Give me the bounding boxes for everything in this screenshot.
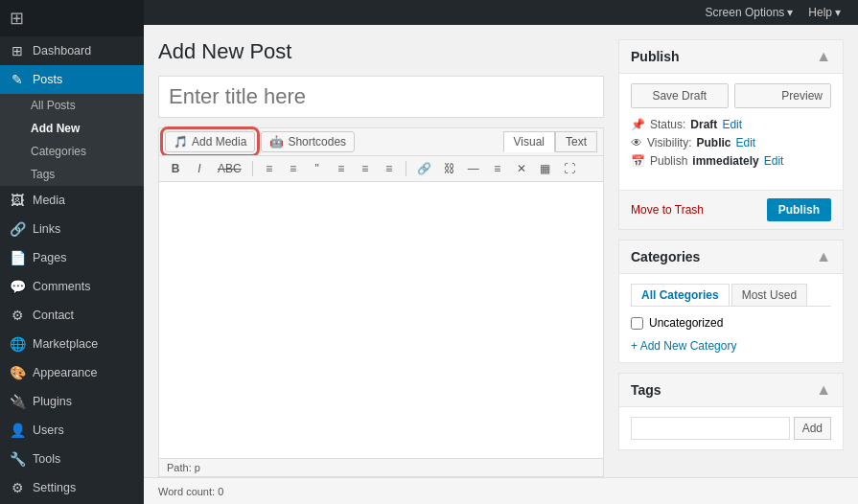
tab-visual[interactable]: Visual [503, 131, 555, 152]
tab-most-used[interactable]: Most Used [731, 284, 807, 306]
status-value: Draft [690, 118, 717, 131]
strikethrough-button[interactable]: ABC [213, 159, 246, 178]
screen-options-button[interactable]: Screen Options ▾ [698, 4, 801, 21]
move-to-trash-button[interactable]: Move to Trash [631, 203, 704, 217]
link-button[interactable]: 🔗 [412, 159, 436, 178]
bold-button[interactable]: B [165, 159, 186, 178]
help-arrow-icon: ▾ [835, 6, 841, 19]
toolbar-divider [252, 161, 253, 176]
sidebar-item-appearance[interactable]: 🎨 Appearance [0, 358, 144, 387]
media-icon: 🖼 [10, 193, 25, 208]
categories-title: Categories [631, 249, 700, 264]
editor-toolbar-top: 🎵 Add Media 🤖 Shortcodes Visual Text [158, 127, 604, 155]
editor-body[interactable] [158, 181, 604, 459]
publish-button[interactable]: Publish [767, 198, 831, 221]
sidebar-item-dashboard[interactable]: ⊞ Dashboard [0, 36, 144, 65]
sidebar-sub-tags[interactable]: Tags [0, 163, 144, 186]
sidebar-item-links[interactable]: 🔗 Links [0, 215, 144, 243]
sidebar-item-settings[interactable]: ⚙ Settings [0, 473, 144, 502]
content-area: Add New Post 🎵 Add Media 🤖 Shortcodes Vi… [144, 25, 858, 477]
links-icon: 🔗 [10, 221, 25, 237]
insert-more-button[interactable]: — [463, 159, 484, 178]
shortcodes-button[interactable]: 🤖 Shortcodes [261, 131, 355, 152]
sidebar-item-label: Appearance [33, 366, 97, 379]
sidebar-item-label: Dashboard [33, 44, 91, 57]
insert-readmore-button[interactable]: ≡ [487, 159, 508, 178]
help-button[interactable]: Help ▾ [800, 4, 848, 21]
publish-toggle-icon[interactable]: ▲ [816, 48, 831, 65]
help-label: Help [808, 6, 832, 19]
right-sidebar: Publish ▲ Save Draft Preview 📌 Status: D… [618, 39, 844, 477]
visibility-value: Public [696, 136, 730, 149]
align-left-button[interactable]: ≡ [331, 159, 352, 178]
add-new-category-link[interactable]: + Add New Category [631, 339, 831, 353]
post-title-input[interactable] [158, 76, 604, 118]
category-checkbox[interactable] [631, 317, 643, 330]
align-center-button[interactable]: ≡ [355, 159, 376, 178]
sidebar-item-label: Settings [33, 481, 76, 494]
table-button[interactable]: ▦ [535, 159, 556, 178]
add-tag-button[interactable]: Add [794, 417, 831, 440]
publish-time-label: Publish [650, 154, 687, 168]
tags-toggle-icon[interactable]: ▲ [816, 381, 831, 399]
sidebar-item-pages[interactable]: 📄 Pages [0, 243, 144, 272]
sidebar-item-users[interactable]: 👤 Users [0, 416, 144, 445]
visibility-edit-link[interactable]: Edit [735, 136, 755, 149]
sidebar-sub-all-posts[interactable]: All Posts [0, 94, 144, 117]
fullscreen-button[interactable]: ⛶ [559, 159, 580, 178]
align-right-button[interactable]: ≡ [379, 159, 400, 178]
editor-area: Add New Post 🎵 Add Media 🤖 Shortcodes Vi… [158, 39, 604, 477]
sidebar-item-tools[interactable]: 🔧 Tools [0, 445, 144, 473]
marketplace-icon: 🌐 [10, 336, 25, 352]
appearance-icon: 🎨 [10, 365, 25, 380]
sidebar-item-posts[interactable]: ✎ Posts [0, 65, 144, 94]
add-media-label: Add Media [192, 135, 246, 149]
preview-button[interactable]: Preview [734, 83, 832, 108]
save-draft-button[interactable]: Save Draft [631, 83, 729, 108]
visibility-icon: 👁 [631, 136, 642, 149]
ordered-list-button[interactable]: ≡ [283, 159, 304, 178]
unlink-button[interactable]: ⛓ [439, 159, 460, 178]
sidebar-item-label: Links [33, 222, 60, 236]
blockquote-button[interactable]: " [307, 159, 328, 178]
categories-toggle-icon[interactable]: ▲ [816, 248, 831, 265]
editor-footer: Path: p [158, 459, 604, 477]
remove-formatting-button[interactable]: ✕ [511, 159, 532, 178]
tools-icon: 🔧 [10, 451, 25, 467]
publish-metabox-title: Publish [631, 49, 680, 64]
sidebar-sub-add-new[interactable]: Add New [0, 117, 144, 140]
publish-time-value: immediately [692, 154, 758, 168]
shortcodes-icon: 🤖 [269, 135, 284, 149]
sidebar-item-media[interactable]: 🖼 Media [0, 186, 144, 215]
category-tabs: All Categories Most Used [631, 284, 831, 307]
publish-time-edit-link[interactable]: Edit [764, 154, 784, 168]
publish-time-row: 📅 Publish immediately Edit [631, 154, 831, 168]
unordered-list-button[interactable]: ≡ [259, 159, 280, 178]
wp-logo-icon: ⊞ [10, 8, 24, 29]
sidebar-item-label: Tools [33, 452, 60, 466]
sidebar-item-contact[interactable]: ⚙ Contact [0, 301, 144, 330]
editor-view-tabs: Visual Text [503, 131, 597, 152]
main-area: Screen Options ▾ Help ▾ Add New Post 🎵 A… [144, 0, 858, 504]
publish-metabox-body: Save Draft Preview 📌 Status: Draft Edit … [619, 74, 843, 182]
sidebar-item-plugins[interactable]: 🔌 Plugins [0, 387, 144, 416]
add-media-button[interactable]: 🎵 Add Media [165, 131, 255, 152]
topbar: Screen Options ▾ Help ▾ [144, 0, 858, 25]
status-edit-link[interactable]: Edit [722, 118, 742, 131]
comments-icon: 💬 [10, 279, 25, 294]
status-label: Status: [650, 118, 685, 131]
tab-text[interactable]: Text [555, 131, 597, 152]
tags-input[interactable] [631, 417, 790, 440]
italic-button[interactable]: I [189, 159, 210, 178]
status-icon: 📌 [631, 118, 645, 131]
screen-options-label: Screen Options [706, 6, 785, 19]
sidebar-sub-categories[interactable]: Categories [0, 140, 144, 163]
toolbar-divider-2 [406, 161, 406, 176]
publish-metabox-header: Publish ▲ [619, 40, 843, 74]
sidebar-item-marketplace[interactable]: 🌐 Marketplace [0, 330, 144, 358]
tags-metabox: Tags ▲ Add [618, 373, 844, 450]
tab-all-categories[interactable]: All Categories [631, 284, 730, 306]
sidebar-item-comments[interactable]: 💬 Comments [0, 272, 144, 301]
pages-icon: 📄 [10, 250, 25, 265]
path-value: p [195, 462, 200, 473]
